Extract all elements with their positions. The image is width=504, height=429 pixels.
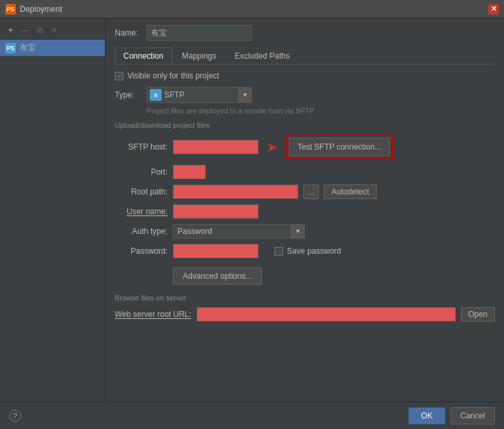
test-sftp-border: Test SFTP connection... — [286, 134, 393, 159]
tab-excluded-paths[interactable]: Excluded Paths — [226, 47, 298, 64]
browse-section-title: Browse files on server — [115, 294, 495, 302]
web-url-input[interactable] — [197, 307, 456, 322]
browse-button[interactable]: ... — [303, 185, 319, 199]
root-path-row: Root path: ... Autodetect — [115, 185, 495, 199]
sidebar-item-yobo[interactable]: PS 有宝 — [0, 40, 105, 56]
sftp-host-row: SFTP host: ➤ Test SFTP connection... — [115, 134, 495, 159]
password-input[interactable] — [173, 244, 259, 258]
password-row: Password: Save password — [115, 244, 495, 258]
arrow-indicator: ➤ — [267, 139, 278, 155]
port-input[interactable] — [173, 165, 206, 179]
tab-mappings[interactable]: Mappings — [173, 47, 225, 64]
visible-only-row: Visible only for this project — [115, 71, 495, 80]
bottom-buttons: OK Cancel — [408, 407, 495, 424]
type-label: Type: — [115, 90, 141, 100]
type-select[interactable]: S SFTP ▼ — [146, 87, 252, 103]
visible-only-label: Visible only for this project — [127, 71, 219, 80]
root-path-label: Root path: — [115, 187, 168, 196]
upload-section-title: Upload/download project files — [115, 121, 495, 129]
sidebar: + — ⧉ ≡ PS 有宝 — [0, 18, 106, 429]
autodetect-button[interactable]: Autodetect — [324, 185, 376, 199]
sidebar-toolbar: + — ⧉ ≡ — [0, 21, 105, 40]
close-button[interactable]: ✕ — [488, 4, 499, 14]
auth-type-value: Password — [173, 227, 291, 236]
username-label: User name: — [115, 207, 168, 216]
save-password-label: Save password — [287, 246, 341, 256]
tab-connection[interactable]: Connection — [115, 47, 172, 64]
type-select-text: SFTP — [164, 90, 238, 100]
add-button[interactable]: + — [4, 24, 17, 37]
name-label: Name: — [115, 28, 141, 38]
app-icon: PS — [5, 4, 16, 14]
save-password-row: Save password — [274, 246, 341, 256]
port-label: Port: — [115, 167, 168, 177]
sidebar-item-icon: PS — [5, 43, 16, 53]
username-row: User name: — [115, 204, 495, 219]
cancel-button[interactable]: Cancel — [451, 407, 495, 424]
bottom-bar: ? OK Cancel — [0, 401, 504, 429]
type-hint: Project files are deployed to a remote h… — [146, 107, 495, 115]
help-button[interactable]: ? — [9, 410, 21, 422]
sidebar-item-label: 有宝 — [20, 42, 36, 53]
password-label: Password: — [115, 246, 168, 256]
type-row: Type: S SFTP ▼ — [115, 87, 495, 103]
save-password-checkbox[interactable] — [274, 247, 283, 256]
root-path-input[interactable] — [173, 185, 298, 199]
type-select-icon: S — [150, 89, 162, 101]
move-button[interactable]: ≡ — [47, 24, 61, 37]
advanced-options-button[interactable]: Advanced options... — [173, 268, 262, 285]
remove-button[interactable]: — — [18, 24, 32, 37]
title-bar: PS Deployment ✕ — [0, 0, 504, 18]
title-bar-text: Deployment — [20, 5, 488, 14]
auth-type-select[interactable]: Password ▼ — [173, 224, 305, 239]
content-area: Name: Connection Mappings Excluded Paths… — [106, 18, 504, 429]
test-sftp-button[interactable]: Test SFTP connection... — [289, 138, 390, 156]
dialog-window: PS Deployment ✕ + — ⧉ ≡ PS 有宝 Name: — [0, 0, 504, 429]
sftp-host-input[interactable] — [173, 140, 259, 154]
tabs: Connection Mappings Excluded Paths — [115, 47, 495, 65]
sftp-host-label: SFTP host: — [115, 142, 168, 152]
type-dropdown-arrow[interactable]: ▼ — [238, 88, 251, 102]
auth-type-row: Auth type: Password ▼ — [115, 224, 495, 239]
auth-type-label: Auth type: — [115, 227, 168, 236]
copy-button[interactable]: ⧉ — [33, 24, 46, 37]
web-url-label: Web server root URL: — [115, 310, 191, 319]
auth-dropdown-arrow[interactable]: ▼ — [291, 225, 304, 238]
port-row: Port: — [115, 165, 495, 179]
name-row: Name: — [115, 25, 495, 41]
web-url-row: Web server root URL: Open — [115, 307, 495, 322]
name-input[interactable] — [146, 25, 252, 41]
visible-only-checkbox[interactable] — [115, 72, 123, 80]
ok-button[interactable]: OK — [408, 407, 445, 424]
username-input[interactable] — [173, 204, 259, 219]
open-button[interactable]: Open — [461, 307, 495, 322]
main-container: + — ⧉ ≡ PS 有宝 Name: Connection Mappings … — [0, 18, 504, 429]
